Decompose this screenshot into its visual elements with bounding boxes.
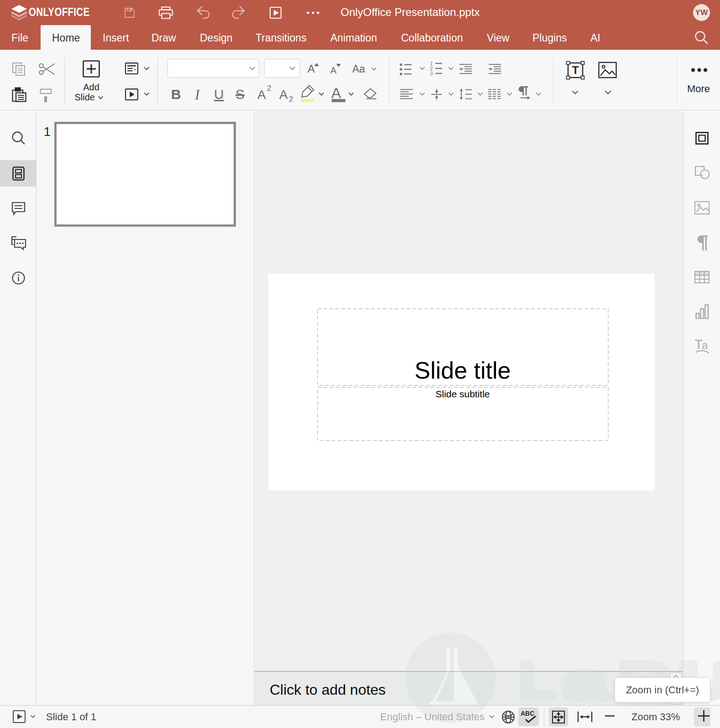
svg-text:3: 3 bbox=[430, 71, 433, 76]
svg-text:a: a bbox=[702, 339, 708, 351]
svg-text:T: T bbox=[572, 64, 579, 76]
